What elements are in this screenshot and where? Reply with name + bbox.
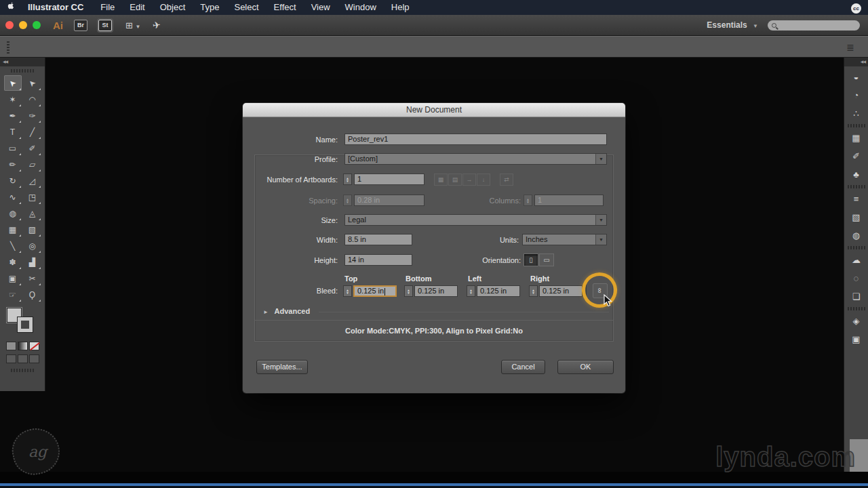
libraries-panel-icon[interactable]: ☁ bbox=[848, 251, 865, 268]
artboards-panel-icon[interactable]: ▣ bbox=[848, 331, 865, 347]
search-input[interactable] bbox=[768, 20, 860, 30]
profile-dropdown[interactable]: [Custom] ▼ bbox=[344, 153, 607, 165]
fill-stroke-control[interactable] bbox=[5, 308, 39, 338]
slice-tool[interactable]: ✂ bbox=[24, 270, 41, 286]
draw-behind-button[interactable] bbox=[18, 354, 28, 363]
curvature-tool[interactable]: ✑ bbox=[24, 108, 41, 123]
panel-grip[interactable] bbox=[848, 307, 865, 310]
menu-item-window[interactable]: Window bbox=[338, 0, 384, 15]
menu-item-object[interactable]: Object bbox=[153, 0, 193, 15]
menu-item-view[interactable]: View bbox=[304, 0, 338, 15]
color-button[interactable] bbox=[6, 342, 16, 350]
share-icon[interactable]: ✈ bbox=[152, 19, 161, 30]
eraser-tool[interactable]: ▱ bbox=[24, 157, 41, 172]
eyedropper-tool[interactable]: ╲ bbox=[4, 238, 22, 253]
type-tool[interactable]: T bbox=[4, 124, 22, 140]
dialog-title[interactable]: New Document bbox=[243, 103, 625, 117]
artboards-stepper[interactable]: ▲▼ bbox=[343, 174, 352, 185]
advanced-disclosure[interactable]: ► Advanced bbox=[263, 307, 310, 315]
bleed-right-stepper[interactable]: ▲▼ bbox=[529, 285, 538, 297]
collapse-panel-button[interactable]: ◀◀ bbox=[0, 58, 45, 66]
color-themes-panel-icon[interactable]: ∴ bbox=[848, 105, 865, 121]
pencil-tool[interactable]: ✏ bbox=[4, 157, 22, 172]
templates-button[interactable]: Templates... bbox=[256, 360, 308, 374]
shape-builder-tool[interactable]: ◍ bbox=[4, 205, 22, 221]
panel-grip[interactable] bbox=[11, 369, 34, 372]
paintbrush-tool[interactable]: ✐ bbox=[24, 140, 41, 156]
panel-grip[interactable] bbox=[7, 41, 9, 54]
draw-inside-button[interactable] bbox=[29, 354, 39, 363]
artboard-arrange-button-2[interactable]: ▤ bbox=[448, 174, 462, 186]
bleed-left-field[interactable]: 0.125 in bbox=[477, 285, 520, 297]
arrange-documents-button[interactable]: ⊞ ▼ bbox=[125, 20, 140, 30]
bleed-top-stepper[interactable]: ▲▼ bbox=[343, 285, 352, 297]
panel-grip[interactable] bbox=[848, 124, 865, 127]
workspace-switcher[interactable]: Essentials ▼ bbox=[707, 20, 758, 30]
close-window-button[interactable] bbox=[5, 21, 14, 29]
zoom-window-button[interactable] bbox=[33, 21, 41, 29]
orientation-portrait-button[interactable]: ▯ bbox=[524, 253, 538, 266]
draw-normal-button[interactable] bbox=[6, 354, 16, 363]
transparency-panel-icon[interactable]: ◍ bbox=[848, 227, 865, 243]
graphic-styles-panel-icon[interactable]: ❏ bbox=[848, 288, 865, 304]
direct-selection-tool[interactable]: ➤ bbox=[24, 75, 41, 91]
cancel-button[interactable]: Cancel bbox=[501, 360, 545, 374]
perspective-grid-tool[interactable]: ◬ bbox=[24, 205, 41, 221]
column-graph-tool[interactable]: ▟ bbox=[24, 254, 41, 270]
blend-tool[interactable]: ◎ bbox=[24, 238, 41, 253]
artboards-field[interactable]: 1 bbox=[354, 174, 425, 185]
symbols-panel-icon[interactable]: ♣ bbox=[848, 166, 865, 182]
creative-cloud-icon[interactable]: cc bbox=[851, 3, 861, 14]
color-guide-panel-icon[interactable]: ◔ bbox=[848, 87, 865, 103]
menu-item-file[interactable]: File bbox=[93, 0, 122, 15]
artboard-arrange-button-1[interactable]: ▦ bbox=[434, 174, 448, 186]
gradient-button[interactable] bbox=[18, 342, 28, 350]
magic-wand-tool[interactable]: ✶ bbox=[4, 92, 22, 107]
line-segment-tool[interactable]: ╱ bbox=[24, 124, 41, 140]
menu-item-illustrator-cc[interactable]: Illustrator CC bbox=[20, 0, 93, 15]
width-field[interactable]: 8.5 in bbox=[344, 234, 412, 245]
stock-button[interactable]: St bbox=[98, 20, 112, 31]
stroke-swatch[interactable] bbox=[18, 317, 33, 332]
menu-item-select[interactable]: Select bbox=[226, 0, 266, 15]
name-field[interactable]: Poster_rev1 bbox=[344, 134, 607, 145]
gradient-tool[interactable]: ▧ bbox=[24, 222, 41, 237]
height-field[interactable]: 14 in bbox=[344, 254, 412, 266]
bleed-right-field[interactable]: 0.125 in bbox=[539, 285, 583, 297]
apple-menu-icon[interactable] bbox=[0, 1, 20, 14]
appearance-panel-icon[interactable]: ◌ bbox=[848, 270, 865, 286]
color-panel-icon[interactable]: ◒ bbox=[848, 68, 865, 85]
none-button[interactable] bbox=[29, 342, 39, 350]
scale-tool[interactable]: ◿ bbox=[24, 173, 41, 188]
menu-item-help[interactable]: Help bbox=[384, 0, 417, 15]
bleed-bottom-stepper[interactable]: ▲▼ bbox=[404, 285, 413, 297]
ok-button[interactable]: OK bbox=[557, 360, 614, 374]
bridge-button[interactable]: Br bbox=[74, 20, 87, 31]
panel-options-icon[interactable]: ≣ bbox=[846, 42, 854, 53]
artboard-arrange-button-4[interactable]: ↓ bbox=[477, 174, 490, 186]
orientation-landscape-button[interactable]: ▭ bbox=[539, 253, 554, 266]
bleed-bottom-field[interactable]: 0.125 in bbox=[414, 285, 458, 297]
menu-item-type[interactable]: Type bbox=[193, 0, 226, 15]
pen-tool[interactable]: ✒ bbox=[4, 108, 22, 123]
layers-panel-icon[interactable]: ◈ bbox=[848, 312, 865, 329]
free-transform-tool[interactable]: ◳ bbox=[24, 189, 41, 205]
mesh-tool[interactable]: ▦ bbox=[4, 222, 22, 237]
rotate-tool[interactable]: ↻ bbox=[4, 173, 22, 188]
hand-tool[interactable]: ☞ bbox=[4, 287, 22, 302]
artboard-rtl-button[interactable]: ⇄ bbox=[500, 174, 513, 186]
artboard-arrange-button-3[interactable]: → bbox=[462, 174, 476, 186]
menu-item-edit[interactable]: Edit bbox=[122, 0, 152, 15]
symbol-sprayer-tool[interactable]: ✽ bbox=[4, 254, 22, 270]
selection-tool[interactable]: ➤ bbox=[4, 75, 22, 91]
swatches-panel-icon[interactable]: ▦ bbox=[848, 129, 865, 146]
zoom-tool[interactable]: Ϙ bbox=[24, 287, 41, 302]
gradient-panel-icon[interactable]: ▧ bbox=[848, 209, 865, 225]
bleed-top-field[interactable]: 0.125 in bbox=[353, 285, 397, 297]
minimize-window-button[interactable] bbox=[19, 21, 27, 29]
panel-grip[interactable] bbox=[11, 69, 34, 73]
width-tool[interactable]: ∿ bbox=[4, 189, 22, 205]
size-dropdown[interactable]: Legal ▼ bbox=[344, 214, 607, 226]
brushes-panel-icon[interactable]: ✐ bbox=[848, 148, 865, 164]
artboard-tool[interactable]: ▣ bbox=[4, 270, 22, 286]
